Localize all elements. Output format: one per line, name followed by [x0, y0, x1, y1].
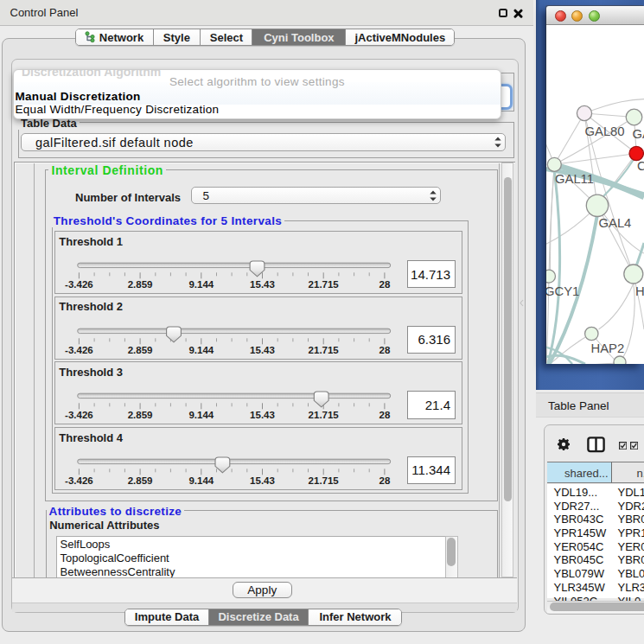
svg-text:28: 28 — [379, 279, 391, 290]
svg-text:2.859: 2.859 — [128, 410, 153, 420]
svg-text:28: 28 — [379, 410, 391, 420]
svg-text:9.144: 9.144 — [189, 410, 214, 420]
svg-text:C: C — [637, 159, 644, 173]
svg-text:15.43: 15.43 — [250, 475, 275, 486]
svg-text:-3.426: -3.426 — [65, 279, 93, 290]
svg-text:2.859: 2.859 — [128, 344, 153, 354]
svg-text:-3.426: -3.426 — [65, 410, 93, 420]
svg-text:15.43: 15.43 — [250, 410, 275, 420]
svg-text:9.144: 9.144 — [189, 475, 214, 486]
svg-text:9.144: 9.144 — [189, 344, 214, 354]
svg-text:GAL11: GAL11 — [555, 172, 594, 186]
svg-text:HAP2: HAP2 — [591, 341, 625, 355]
svg-text:GCY1: GCY1 — [546, 284, 579, 298]
svg-text:28: 28 — [379, 475, 391, 486]
svg-text:GAL: GAL — [633, 127, 644, 141]
svg-text:21.715: 21.715 — [309, 475, 340, 486]
svg-text:28: 28 — [379, 344, 391, 354]
svg-text:15.43: 15.43 — [250, 344, 275, 354]
svg-text:H: H — [635, 284, 644, 298]
svg-text:15.43: 15.43 — [250, 279, 275, 290]
svg-text:9.144: 9.144 — [189, 279, 214, 290]
svg-text:GAL80: GAL80 — [585, 124, 625, 138]
svg-text:-3.426: -3.426 — [65, 475, 93, 486]
svg-text:GAL4: GAL4 — [599, 216, 632, 230]
svg-text:2.859: 2.859 — [128, 475, 153, 486]
svg-text:-3.426: -3.426 — [65, 344, 93, 354]
svg-text:2.859: 2.859 — [128, 279, 153, 290]
svg-text:21.715: 21.715 — [309, 410, 340, 420]
svg-text:21.715: 21.715 — [309, 344, 340, 354]
svg-text:21.715: 21.715 — [309, 279, 340, 290]
